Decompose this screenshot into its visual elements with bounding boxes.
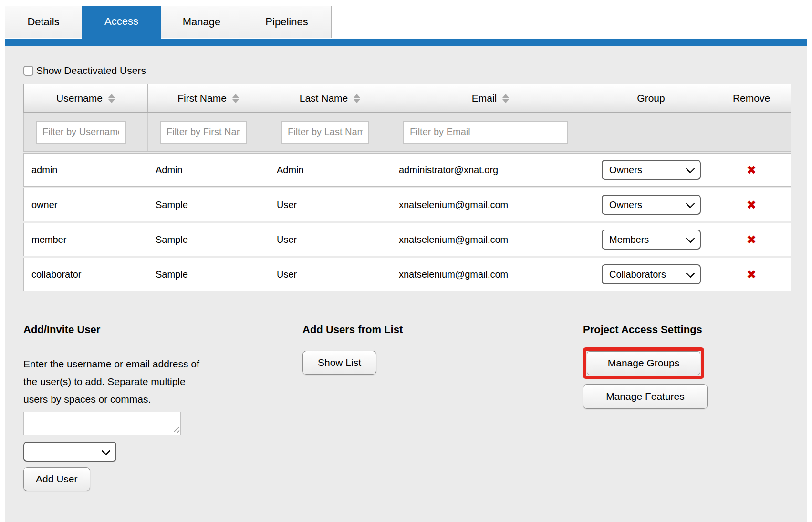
role-select[interactable]: [23, 442, 116, 462]
column-header-email[interactable]: Email: [391, 84, 590, 112]
cell-remove: ✖: [712, 234, 791, 246]
add-users-from-list-section: Add Users from List Show List: [302, 324, 583, 491]
filter-cell-remove: [712, 113, 791, 151]
sort-icon: [108, 94, 115, 103]
red-highlight-box: Manage Groups: [583, 347, 704, 379]
bottom-sections: Add/Invite User Enter the username or em…: [23, 324, 807, 491]
tab-bar: Details Access Manage Pipelines: [0, 0, 812, 46]
cell-group: Owners: [590, 195, 712, 215]
remove-user-icon[interactable]: ✖: [747, 269, 757, 281]
access-tab-panel: Show Deactivated Users Username First Na…: [5, 46, 807, 522]
cell-username: owner: [24, 199, 148, 210]
column-header-label: Email: [472, 93, 497, 104]
sort-icon: [232, 94, 239, 103]
filter-cell-last-name: [269, 113, 391, 151]
group-select[interactable]: Owners: [602, 195, 701, 215]
tab-details[interactable]: Details: [5, 6, 82, 38]
cell-remove: ✖: [712, 269, 791, 281]
group-select-wrap: Collaborators: [602, 264, 701, 284]
table-row: owner Sample User xnatselenium@gmail.com…: [23, 188, 791, 221]
cell-last-name: User: [269, 269, 391, 280]
group-select[interactable]: Collaborators: [602, 264, 701, 284]
tab-manage[interactable]: Manage: [161, 6, 242, 38]
cell-first-name: Sample: [148, 199, 269, 210]
role-select-wrap: [23, 442, 116, 462]
cell-last-name: User: [269, 234, 391, 245]
project-access-settings-title: Project Access Settings: [583, 324, 807, 336]
add-user-button[interactable]: Add User: [23, 467, 90, 491]
filter-cell-group: [590, 113, 712, 151]
add-user-textarea[interactable]: [23, 412, 181, 435]
group-select-wrap: Owners: [602, 160, 701, 180]
add-invite-instructions: Enter the username or email address of t…: [23, 355, 201, 408]
cell-group: Members: [590, 230, 712, 250]
table-row: collaborator Sample User xnatselenium@gm…: [23, 258, 791, 291]
filter-cell-first-name: [148, 113, 269, 151]
filter-username-input[interactable]: [36, 121, 126, 144]
project-access-settings-section: Project Access Settings Manage Groups Ma…: [583, 324, 807, 491]
cell-remove: ✖: [712, 164, 791, 176]
cell-email: xnatselenium@gmail.com: [391, 199, 590, 210]
show-list-button-row: Show List: [302, 336, 583, 375]
cell-group: Collaborators: [590, 264, 712, 284]
filter-last-name-input[interactable]: [281, 121, 369, 144]
filter-row: [23, 113, 791, 152]
column-header-last-name[interactable]: Last Name: [269, 84, 391, 112]
show-deactivated-checkbox[interactable]: [23, 66, 33, 76]
show-deactivated-label: Show Deactivated Users: [36, 65, 146, 76]
filter-cell-username: [24, 113, 148, 151]
manage-groups-row: Manage Groups: [583, 336, 807, 379]
filter-cell-email: [391, 113, 590, 151]
add-users-from-list-title: Add Users from List: [302, 324, 583, 336]
cell-remove: ✖: [712, 199, 791, 211]
column-header-group: Group: [590, 84, 712, 112]
column-header-label: Username: [56, 93, 103, 104]
cell-email: administrator@xnat.org: [391, 165, 590, 176]
column-header-label: Last Name: [300, 93, 348, 104]
show-list-button[interactable]: Show List: [302, 351, 376, 375]
sort-icon: [354, 94, 360, 103]
add-invite-user-section: Add/Invite User Enter the username or em…: [23, 324, 302, 491]
cell-username: collaborator: [24, 269, 148, 280]
cell-last-name: Admin: [269, 165, 391, 176]
add-user-button-row: Add User: [23, 462, 302, 491]
add-user-textarea-wrap: [23, 412, 181, 435]
column-header-remove: Remove: [712, 84, 791, 112]
remove-user-icon[interactable]: ✖: [747, 234, 757, 246]
cell-email: xnatselenium@gmail.com: [391, 234, 590, 245]
add-invite-user-title: Add/Invite User: [23, 324, 302, 336]
filter-email-input[interactable]: [403, 121, 568, 144]
manage-groups-button[interactable]: Manage Groups: [587, 351, 700, 375]
tab-pipelines[interactable]: Pipelines: [242, 6, 332, 38]
remove-user-icon[interactable]: ✖: [747, 164, 757, 176]
table-row: member Sample User xnatselenium@gmail.co…: [23, 223, 791, 256]
group-select-wrap: Members: [602, 230, 701, 250]
remove-user-icon[interactable]: ✖: [747, 199, 757, 211]
filter-first-name-input[interactable]: [160, 121, 247, 144]
cell-username: admin: [24, 165, 148, 176]
manage-features-row: Manage Features: [583, 379, 807, 409]
users-table-header: Username First Name Last Name Email Grou…: [23, 84, 791, 113]
cell-first-name: Sample: [148, 269, 269, 280]
column-header-label: Group: [637, 93, 665, 104]
table-row: admin Admin Admin administrator@xnat.org…: [23, 153, 791, 187]
cell-group: Owners: [590, 160, 712, 180]
column-header-first-name[interactable]: First Name: [148, 84, 269, 112]
manage-features-button[interactable]: Manage Features: [583, 384, 708, 409]
column-header-label: Remove: [733, 93, 770, 104]
group-select[interactable]: Owners: [602, 160, 701, 180]
group-select[interactable]: Members: [602, 230, 701, 250]
column-header-label: First Name: [177, 93, 227, 104]
tabs-row: Details Access Manage Pipelines: [5, 6, 331, 46]
group-select-wrap: Owners: [602, 195, 701, 215]
cell-first-name: Sample: [148, 234, 269, 245]
add-user-role-row: [23, 442, 302, 462]
cell-email: xnatselenium@gmail.com: [391, 269, 590, 280]
users-table: Username First Name Last Name Email Grou…: [23, 84, 791, 291]
tab-access[interactable]: Access: [82, 6, 161, 46]
column-header-username[interactable]: Username: [24, 84, 148, 112]
cell-first-name: Admin: [148, 165, 269, 176]
show-deactivated-row: Show Deactivated Users: [23, 65, 807, 76]
sort-icon: [502, 94, 509, 103]
cell-last-name: User: [269, 199, 391, 210]
